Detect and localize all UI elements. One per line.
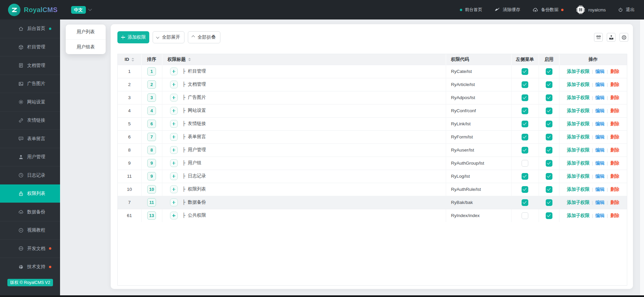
- table-row[interactable]: 3 3 ├广告图片 RyAdpos/lst 添加子权限|编辑|删除: [118, 91, 627, 104]
- left-menu-checkbox[interactable]: [522, 81, 528, 88]
- brand[interactable]: RoyalCMS: [8, 4, 58, 16]
- left-menu-checkbox[interactable]: [522, 199, 528, 206]
- expand-button[interactable]: [170, 159, 178, 167]
- delete-link[interactable]: 删除: [610, 187, 620, 192]
- sidebar-item-cube[interactable]: 栏目管理: [0, 38, 60, 56]
- sidebar-item-code[interactable]: 开发文档: [0, 239, 60, 258]
- edit-link[interactable]: 编辑: [595, 108, 604, 113]
- expand-button[interactable]: [170, 199, 178, 206]
- expand-button[interactable]: [170, 185, 178, 193]
- expand-button[interactable]: [170, 133, 178, 141]
- delete-link[interactable]: 删除: [610, 213, 620, 218]
- sort-badge[interactable]: 6: [147, 120, 156, 128]
- expand-button[interactable]: [170, 212, 178, 219]
- expand-button[interactable]: [170, 172, 178, 180]
- edit-link[interactable]: 编辑: [595, 82, 604, 87]
- submenu-item-user-groups[interactable]: 用户组表: [66, 39, 106, 54]
- enabled-checkbox[interactable]: [546, 199, 552, 206]
- enabled-checkbox[interactable]: [546, 81, 552, 88]
- add-child-permission-link[interactable]: 添加子权限: [567, 187, 590, 192]
- add-child-permission-link[interactable]: 添加子权限: [567, 134, 590, 139]
- add-child-permission-link[interactable]: 添加子权限: [567, 213, 590, 218]
- enabled-checkbox[interactable]: [546, 94, 552, 101]
- columns-settings-button[interactable]: [594, 33, 603, 42]
- enabled-checkbox[interactable]: [546, 160, 552, 167]
- nav-frontend-home[interactable]: 前台首页: [460, 7, 482, 13]
- expand-button[interactable]: [170, 107, 178, 115]
- enabled-checkbox[interactable]: [546, 147, 552, 154]
- nav-clear-cache[interactable]: 清除缓存: [494, 7, 520, 13]
- delete-link[interactable]: 删除: [610, 69, 620, 74]
- nav-logout[interactable]: 退出: [618, 7, 635, 13]
- nav-account[interactable]: royalcms: [576, 5, 606, 15]
- table-row[interactable]: 6 7 ├表单留言 RyForm/lst 添加子权限|编辑|删除: [118, 130, 627, 143]
- edit-link[interactable]: 编辑: [595, 200, 604, 205]
- sort-badge[interactable]: 9: [147, 159, 156, 167]
- delete-link[interactable]: 删除: [610, 174, 620, 179]
- submenu-item-user-list[interactable]: 用户列表: [66, 25, 106, 39]
- enabled-checkbox[interactable]: [546, 68, 552, 75]
- add-child-permission-link[interactable]: 添加子权限: [567, 95, 590, 100]
- sidebar-item-cloud-upload[interactable]: 数据备份: [0, 203, 60, 221]
- sort-badge[interactable]: 9: [147, 172, 156, 180]
- sidebar-item-clock[interactable]: 日志记录: [0, 166, 60, 184]
- table-row[interactable]: 5 6 ├友情链接 RyLink/lst 添加子权限|编辑|删除: [118, 117, 627, 130]
- enabled-checkbox[interactable]: [546, 173, 552, 180]
- left-menu-checkbox[interactable]: [522, 68, 528, 75]
- delete-link[interactable]: 删除: [610, 147, 620, 153]
- enabled-checkbox[interactable]: [546, 121, 552, 127]
- edit-link[interactable]: 编辑: [595, 121, 604, 126]
- sidebar-item-gear[interactable]: 网站设置: [0, 93, 60, 111]
- expand-button[interactable]: [170, 68, 178, 75]
- sort-arrows-icon[interactable]: [131, 58, 134, 61]
- add-permission-button[interactable]: 添加权限: [117, 31, 149, 43]
- enabled-checkbox[interactable]: [546, 108, 552, 114]
- edit-link[interactable]: 编辑: [595, 134, 604, 139]
- delete-link[interactable]: 删除: [610, 121, 620, 126]
- sort-arrows-icon[interactable]: [188, 58, 191, 61]
- table-row[interactable]: 11 9 ├日志记录 RyLog/lst 添加子权限|编辑|删除: [118, 170, 627, 183]
- expand-all-button[interactable]: 全部展开: [153, 31, 184, 43]
- expand-button[interactable]: [170, 81, 178, 88]
- table-row[interactable]: 2 2 ├文档管理 RyArticle/lst 添加子权限|编辑|删除: [118, 78, 627, 91]
- table-row[interactable]: 61 13 ├公共权限 RyIndex/index 添加子权限|编辑|删除: [118, 209, 627, 222]
- language-dropdown[interactable]: 中文: [71, 6, 92, 14]
- sort-badge[interactable]: 2: [147, 80, 156, 89]
- sidebar-item-lock[interactable]: 权限列表: [0, 184, 60, 203]
- enabled-checkbox[interactable]: [546, 186, 552, 193]
- expand-button[interactable]: [170, 94, 178, 101]
- table-row[interactable]: 9 9 ├用户组 RyAuthGroup/lst 添加子权限|编辑|删除: [118, 157, 627, 170]
- nav-backup-data[interactable]: 备份数据: [532, 7, 564, 13]
- add-child-permission-link[interactable]: 添加子权限: [567, 174, 590, 179]
- add-child-permission-link[interactable]: 添加子权限: [567, 82, 590, 87]
- add-child-permission-link[interactable]: 添加子权限: [567, 121, 590, 126]
- sort-badge[interactable]: 13: [147, 211, 156, 220]
- table-row[interactable]: 4 4 ├网站设置 RyConf/conf 添加子权限|编辑|删除: [118, 104, 627, 117]
- enabled-checkbox[interactable]: [546, 212, 552, 219]
- enabled-checkbox[interactable]: [546, 134, 552, 140]
- sidebar-item-image[interactable]: 广告图片: [0, 75, 60, 93]
- left-menu-checkbox[interactable]: [522, 160, 528, 167]
- print-button[interactable]: [620, 33, 628, 42]
- sidebar-item-comment[interactable]: 表单留言: [0, 129, 60, 148]
- sort-badge[interactable]: 10: [147, 185, 156, 194]
- sidebar-item-video[interactable]: 视频教程: [0, 221, 60, 240]
- add-child-permission-link[interactable]: 添加子权限: [567, 161, 590, 166]
- expand-button[interactable]: [170, 146, 178, 154]
- sidebar-item-document[interactable]: 文档管理: [0, 56, 60, 75]
- table-row[interactable]: 8 8 ├用户管理 RyAuser/lst 添加子权限|编辑|删除: [118, 143, 627, 157]
- table-row[interactable]: 7 11 ├数据备份 RyBak/bak 添加子权限|编辑|删除: [118, 196, 627, 209]
- add-child-permission-link[interactable]: 添加子权限: [567, 108, 590, 113]
- edit-link[interactable]: 编辑: [595, 213, 604, 218]
- sidebar-item-globe[interactable]: 技术支持: [0, 258, 60, 276]
- edit-link[interactable]: 编辑: [595, 147, 604, 153]
- edit-link[interactable]: 编辑: [595, 187, 604, 192]
- sidebar-item-home[interactable]: 后台首页: [0, 19, 60, 38]
- left-menu-checkbox[interactable]: [522, 108, 528, 114]
- add-child-permission-link[interactable]: 添加子权限: [567, 200, 590, 205]
- delete-link[interactable]: 删除: [610, 108, 620, 113]
- sort-badge[interactable]: 7: [147, 133, 156, 141]
- delete-link[interactable]: 删除: [610, 82, 620, 87]
- sort-badge[interactable]: 4: [147, 107, 156, 115]
- edit-link[interactable]: 编辑: [595, 174, 604, 179]
